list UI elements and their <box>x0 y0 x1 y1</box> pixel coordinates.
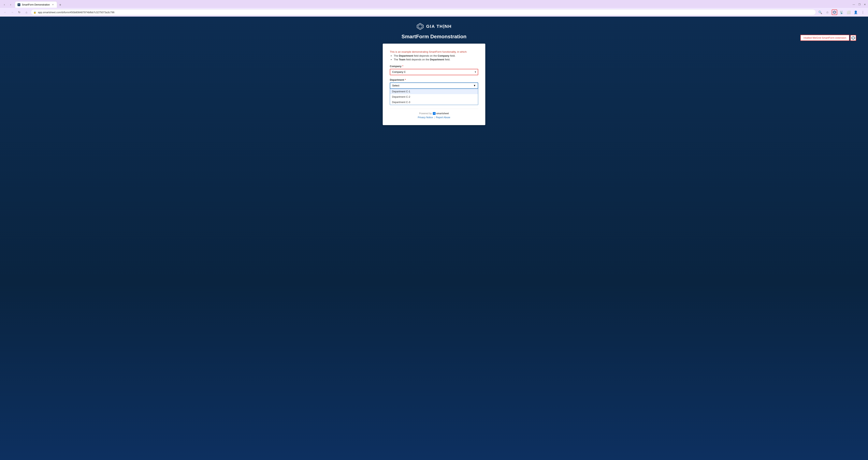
lock-icon: 🔒 <box>33 11 36 13</box>
profile-icon-btn[interactable]: 👤 <box>853 9 859 15</box>
department-option-2[interactable]: Department C-2 <box>390 94 478 99</box>
new-tab-button[interactable]: + <box>57 2 63 8</box>
department-placeholder: Select <box>392 84 399 87</box>
department-label: Department * <box>390 78 478 81</box>
maximize-button[interactable]: ❐ <box>858 3 861 6</box>
form-description: This is an example demonstrating SmartFo… <box>390 50 478 62</box>
menu-icon-btn[interactable]: ⋮ <box>860 9 866 15</box>
department-option-1[interactable]: Department C-1 <box>390 89 478 94</box>
svg-marker-1 <box>834 11 835 13</box>
svg-marker-5 <box>418 25 422 28</box>
page-title: SmartForm Demonstration <box>401 34 466 40</box>
window-controls: — ❐ ✕ <box>852 3 866 6</box>
close-button[interactable]: ✕ <box>863 3 866 6</box>
extension-notice-text: Intalled WeGrid SmartForm extension <box>800 35 849 41</box>
report-abuse-link[interactable]: Report Abuse <box>436 116 451 119</box>
active-tab[interactable]: S SmartForm Demonstration ✕ <box>15 1 57 8</box>
page-content: Intalled WeGrid SmartForm extension GIA … <box>0 17 868 460</box>
back-button[interactable]: ← <box>2 9 8 15</box>
footer-separator: | <box>434 116 435 119</box>
tab-forward-button[interactable]: › <box>8 2 13 7</box>
home-button[interactable]: ⌂ <box>24 9 29 15</box>
department-required-star: * <box>405 78 406 81</box>
company-required-star: * <box>402 65 403 68</box>
department-dropdown-wrapper: Select ▼ Department C-1 Department C-2 D… <box>390 83 478 89</box>
tab-title: SmartForm Demonstration <box>22 3 50 6</box>
form-footer: Powered by S smartsheet Privacy Notice |… <box>390 109 478 119</box>
logo-diamond-icon <box>416 23 424 30</box>
extension-wegrid-btn[interactable] <box>832 9 837 15</box>
tab-close-button[interactable]: ✕ <box>51 3 55 6</box>
description-item-1: The Department field depends on the Comp… <box>394 54 478 58</box>
site-logo: GIA THỊNH <box>416 23 452 30</box>
department-option-3[interactable]: Department C-3 <box>390 99 478 105</box>
minimize-button[interactable]: — <box>852 3 856 6</box>
cast-icon-btn[interactable]: 📡 <box>839 9 844 15</box>
tab-list: S SmartForm Demonstration ✕ + <box>15 1 852 8</box>
svg-marker-0 <box>833 11 836 13</box>
search-icon-btn[interactable]: 🔍 <box>817 9 823 15</box>
extension-banner: Intalled WeGrid SmartForm extension <box>800 35 856 41</box>
reload-button[interactable]: ↻ <box>17 9 22 15</box>
tab-bar: ‹ › S SmartForm Demonstration ✕ + — ❐ ✕ <box>0 0 868 8</box>
ss-logo-icon: S <box>433 112 436 115</box>
svg-marker-4 <box>417 23 423 30</box>
department-field-group: Department * Select ▼ Department C-1 Dep… <box>390 78 478 89</box>
description-item-2: The Team field depends on the Department… <box>394 58 478 62</box>
footer-links: Privacy Notice | Report Abuse <box>390 116 478 119</box>
browser-chrome: ‹ › S SmartForm Demonstration ✕ + — ❐ ✕ … <box>0 0 868 17</box>
company-select[interactable]: Company C Company A Company B <box>390 69 478 75</box>
description-intro: This is an example demonstrating SmartFo… <box>390 50 467 53</box>
company-label: Company * <box>390 65 478 68</box>
company-select-wrapper: Company C Company A Company B ▼ <box>390 69 478 75</box>
split-icon-btn[interactable]: ⬜ <box>846 9 851 15</box>
tab-back-button[interactable]: ‹ <box>2 2 7 7</box>
logo-text: GIA THỊNH <box>426 24 452 29</box>
department-select-input[interactable]: Select ▼ <box>390 83 478 89</box>
department-dropdown-list: Department C-1 Department C-2 Department… <box>390 89 478 105</box>
svg-marker-3 <box>852 37 854 39</box>
smartsheet-logo: S smartsheet <box>433 112 449 115</box>
forward-button[interactable]: → <box>9 9 15 15</box>
address-bar[interactable]: 🔒 app.smartsheet.com/b/form/450b80848797… <box>31 9 816 15</box>
toolbar-icons: 🔍 ☆ 📡 ⬜ 👤 ⋮ <box>817 9 866 15</box>
company-field-group: Company * Company C Company A Company B … <box>390 65 478 75</box>
address-bar-row: ← → ↻ ⌂ 🔒 app.smartsheet.com/b/form/450b… <box>0 8 868 17</box>
privacy-notice-link[interactable]: Privacy Notice <box>418 116 433 119</box>
tab-nav-buttons: ‹ › <box>2 2 13 7</box>
extension-icon-box[interactable] <box>850 35 856 41</box>
tab-favicon: S <box>18 3 20 6</box>
url-text: app.smartsheet.com/b/form/450b808487974b… <box>38 11 813 14</box>
description-list: The Department field depends on the Comp… <box>394 54 478 62</box>
bookmark-icon-btn[interactable]: ☆ <box>825 9 830 15</box>
department-arrow-icon: ▼ <box>473 84 476 87</box>
form-card: This is an example demonstrating SmartFo… <box>383 43 485 125</box>
powered-by-text: Powered by S smartsheet <box>390 112 478 115</box>
